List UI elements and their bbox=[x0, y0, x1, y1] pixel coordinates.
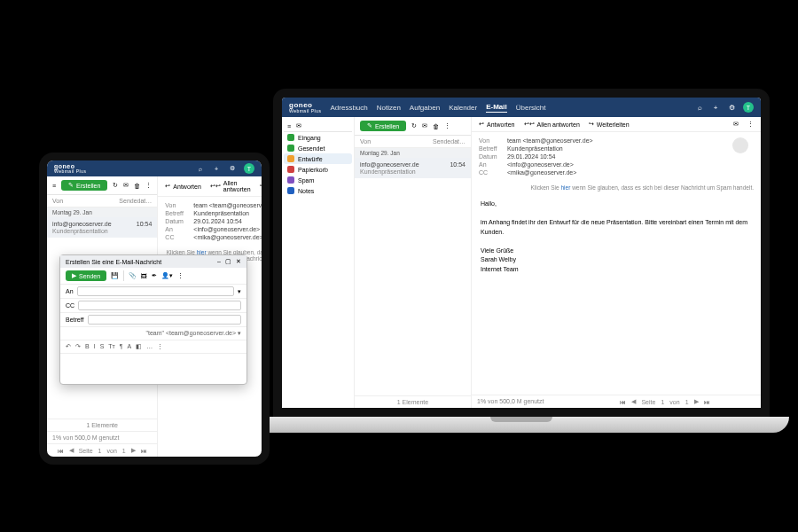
search-icon[interactable]: ⌕ bbox=[695, 103, 704, 112]
pager-next-icon[interactable]: ▶ bbox=[694, 398, 699, 405]
contacts-icon[interactable]: 👤▾ bbox=[161, 272, 173, 279]
signature-select[interactable]: "team" <team@goneoserver.de> ▾ bbox=[60, 327, 246, 340]
meta-cc-v: <mika@goneoserver.de> bbox=[507, 169, 732, 176]
reply-all-button[interactable]: ↩↩ Allen antworten bbox=[210, 180, 251, 192]
chevron-down-icon[interactable]: ▾ bbox=[238, 288, 241, 295]
forward-label: Weiterleiten bbox=[597, 121, 630, 128]
more-format-icon[interactable]: … bbox=[146, 343, 153, 350]
reply-all-button[interactable]: ↩↩ Allen antworten bbox=[524, 121, 580, 128]
menu-icon[interactable]: ≡ bbox=[287, 123, 291, 129]
sidebar-item-spam[interactable]: Spam bbox=[284, 175, 352, 185]
signature-icon[interactable]: ✒ bbox=[152, 272, 157, 279]
envelope-icon[interactable]: ✉ bbox=[123, 182, 129, 189]
message-row[interactable]: info@goneoserver.de10:54 Kundenpräsentat… bbox=[355, 158, 471, 178]
meta-to-v: <info@goneoserver.de> bbox=[193, 226, 270, 232]
compose-button[interactable]: ✎ Erstellen bbox=[360, 121, 406, 131]
sidebar-item-eingang[interactable]: Eingang bbox=[284, 132, 352, 143]
search-icon[interactable]: ⌕ bbox=[196, 164, 205, 173]
sender-avatar-icon bbox=[732, 137, 748, 153]
overflow-icon[interactable]: ⋮ bbox=[157, 343, 163, 350]
menu-icon[interactable]: ≡ bbox=[52, 183, 56, 189]
image-icon[interactable]: 🖼 bbox=[141, 273, 147, 279]
bold-icon[interactable]: B bbox=[85, 343, 90, 350]
forward-button[interactable]: ↪ Weiterleiten bbox=[589, 121, 630, 128]
trash-icon[interactable]: 🗑 bbox=[134, 183, 140, 189]
day-header: Montag 29. Jan bbox=[355, 148, 471, 158]
maximize-icon[interactable]: ▢ bbox=[225, 258, 231, 265]
more-icon[interactable]: ⋮ bbox=[177, 272, 184, 279]
nav-kalender[interactable]: Kalender bbox=[449, 104, 477, 112]
paragraph-icon[interactable]: ¶ bbox=[120, 343, 123, 350]
more-icon[interactable]: ⋮ bbox=[145, 182, 152, 189]
compose-body[interactable] bbox=[60, 354, 246, 384]
pager-next-icon[interactable]: ▶ bbox=[131, 447, 136, 454]
fontsize-icon[interactable]: Tт bbox=[108, 343, 114, 350]
avatar[interactable]: T bbox=[743, 102, 754, 113]
sidebar-item-label: Papierkorb bbox=[298, 167, 328, 173]
refresh-icon[interactable]: ↻ bbox=[113, 182, 118, 189]
col-date[interactable]: Sendedat… bbox=[433, 138, 466, 145]
highlight-icon[interactable]: ◧ bbox=[136, 343, 142, 350]
meta-date-k: Datum bbox=[165, 218, 193, 224]
forward-button[interactable]: ↪ Weiterleiten bbox=[260, 183, 270, 190]
envelope-icon[interactable]: ✉ bbox=[296, 122, 301, 129]
trash-icon[interactable]: 🗑 bbox=[433, 123, 439, 129]
avatar[interactable]: T bbox=[244, 163, 254, 174]
pager-prev-icon[interactable]: ◀ bbox=[69, 447, 74, 454]
nav-email[interactable]: E-Mail bbox=[486, 103, 507, 113]
compose-title-bar[interactable]: Erstellen Sie eine E-Mail-Nachricht – ▢ … bbox=[60, 255, 246, 268]
reply-button[interactable]: ↩ Antworten bbox=[479, 121, 515, 128]
pager-prev-icon[interactable]: ◀ bbox=[631, 398, 636, 405]
body-off2: Sarah Welby bbox=[481, 255, 752, 265]
pager-page-label: Seite bbox=[79, 448, 93, 454]
sidebar-item-notes[interactable]: Notes bbox=[284, 185, 352, 196]
reader-envelope-icon[interactable]: ✉ bbox=[733, 121, 739, 128]
compose-dialog: Erstellen Sie eine E-Mail-Nachricht – ▢ … bbox=[59, 254, 247, 385]
sidebar-item-entwuerfe[interactable]: Entwürfe bbox=[284, 153, 352, 164]
plus-icon[interactable]: + bbox=[711, 103, 720, 112]
nav-notizen[interactable]: Notizen bbox=[377, 104, 401, 112]
undo-icon[interactable]: ↶ bbox=[66, 343, 71, 350]
col-from[interactable]: Von bbox=[52, 198, 63, 204]
sidebar-item-gesendet[interactable]: Gesendet bbox=[284, 143, 352, 153]
col-from[interactable]: Von bbox=[360, 138, 371, 145]
more-icon[interactable]: ⋮ bbox=[444, 122, 450, 129]
meta-subj-k: Betreff bbox=[479, 145, 507, 152]
italic-icon[interactable]: I bbox=[94, 343, 96, 350]
plus-icon[interactable]: + bbox=[212, 164, 221, 173]
pager-last-icon[interactable]: ⏭ bbox=[141, 448, 147, 454]
pager-first-icon[interactable]: ⏮ bbox=[620, 399, 626, 405]
refresh-icon[interactable]: ↻ bbox=[411, 122, 417, 129]
cc-input[interactable] bbox=[78, 301, 241, 310]
nav-aufgaben[interactable]: Aufgaben bbox=[410, 104, 440, 112]
save-draft-icon[interactable]: 💾 bbox=[111, 272, 119, 279]
settings-icon[interactable]: ⚙ bbox=[228, 164, 237, 173]
redo-icon[interactable]: ↷ bbox=[75, 343, 81, 350]
reply-button[interactable]: ↩ Antworten bbox=[165, 183, 201, 190]
signature-value: "team" <team@goneoserver.de> bbox=[145, 330, 236, 336]
compose-button[interactable]: ✎ Erstellen bbox=[61, 180, 107, 191]
attach-icon[interactable]: 📎 bbox=[129, 272, 137, 279]
to-input[interactable] bbox=[77, 286, 234, 296]
minimize-icon[interactable]: – bbox=[217, 258, 221, 265]
pager-first-icon[interactable]: ⏮ bbox=[58, 448, 64, 454]
envelope-icon[interactable]: ✉ bbox=[422, 122, 427, 129]
spam-link[interactable]: hier bbox=[560, 184, 570, 191]
close-icon[interactable]: ✕ bbox=[236, 258, 241, 265]
trash-icon bbox=[287, 166, 294, 173]
strike-icon[interactable]: S bbox=[100, 343, 105, 350]
meta-from-k: Von bbox=[479, 137, 507, 144]
settings-icon[interactable]: ⚙ bbox=[727, 103, 736, 112]
reader-more-icon[interactable]: ⋮ bbox=[747, 121, 754, 128]
message-row[interactable]: info@goneoserver.de10:54 Kundenpräsentat… bbox=[47, 217, 157, 238]
col-date[interactable]: Sendedat… bbox=[119, 198, 152, 204]
nav-uebersicht[interactable]: Übersicht bbox=[516, 104, 546, 112]
compose-button-label: Erstellen bbox=[375, 123, 399, 129]
subject-input[interactable] bbox=[88, 315, 242, 325]
send-button[interactable]: ▶ Senden bbox=[66, 270, 106, 281]
cc-field: CC bbox=[60, 299, 246, 313]
pager-last-icon[interactable]: ⏭ bbox=[704, 399, 710, 405]
textcolor-icon[interactable]: A bbox=[128, 343, 132, 350]
nav-adressbuch[interactable]: Adressbuch bbox=[330, 104, 367, 112]
sidebar-item-papierkorb[interactable]: Papierkorb bbox=[284, 164, 352, 175]
